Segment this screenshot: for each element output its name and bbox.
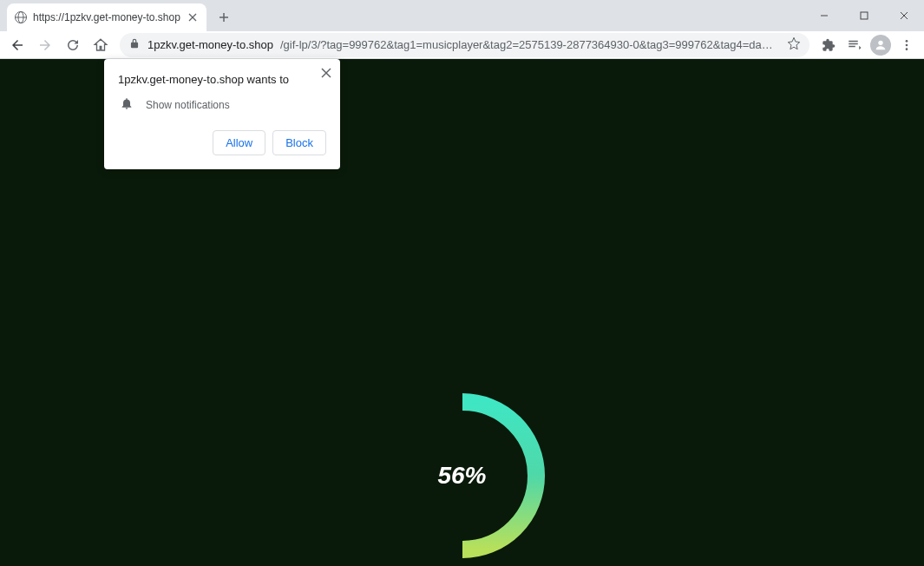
allow-button[interactable]: Allow	[213, 130, 265, 155]
tab-close-button[interactable]	[186, 10, 200, 24]
tab-strip: https://1pzkv.get-money-to.shop	[0, 0, 924, 31]
svg-line-22	[504, 456, 517, 460]
svg-point-11	[878, 40, 882, 44]
reading-list-icon[interactable]	[842, 33, 867, 57]
svg-line-21	[501, 446, 514, 453]
home-button[interactable]	[88, 33, 113, 57]
svg-line-17	[477, 420, 482, 433]
loading-spinner: 56%	[376, 389, 549, 563]
svg-line-27	[501, 498, 514, 505]
svg-line-16	[470, 418, 473, 431]
browser-tab[interactable]: https://1pzkv.get-money-to.shop	[7, 3, 206, 31]
svg-rect-1	[861, 12, 868, 19]
svg-line-26	[504, 491, 517, 496]
menu-button[interactable]	[895, 33, 919, 57]
tab-title: https://1pzkv.get-money-to.shop	[33, 11, 180, 23]
extensions-icon[interactable]	[816, 33, 841, 57]
svg-point-14	[906, 48, 908, 50]
url-path: /gif-lp/3/?tag=999762&tag1=musicplayer&t…	[280, 38, 773, 51]
window-close-button[interactable]	[884, 0, 924, 31]
svg-line-30	[485, 515, 492, 527]
address-bar[interactable]: 1pzkv.get-money-to.shop/gif-lp/3/?tag=99…	[120, 33, 809, 57]
svg-line-18	[485, 424, 492, 437]
prompt-permission-text: Show notifications	[146, 99, 230, 111]
window-maximize-button[interactable]	[844, 0, 884, 31]
url-host: 1pzkv.get-money-to.shop	[147, 38, 273, 51]
svg-line-19	[491, 431, 500, 441]
svg-point-13	[906, 43, 908, 46]
svg-line-28	[496, 504, 507, 513]
svg-line-29	[491, 510, 500, 521]
notification-permission-prompt: 1pzkv.get-money-to.shop wants to Show no…	[104, 59, 340, 169]
svg-line-25	[507, 484, 521, 486]
progress-percent-label: 56%	[437, 462, 486, 490]
svg-line-20	[496, 438, 507, 446]
prompt-title: 1pzkv.get-money-to.shop wants to	[118, 73, 326, 86]
reload-button[interactable]	[61, 33, 85, 57]
globe-icon	[14, 10, 28, 24]
bell-icon	[120, 96, 134, 113]
prompt-close-button[interactable]	[321, 66, 331, 82]
block-button[interactable]: Block	[272, 130, 326, 155]
bookmark-star-icon[interactable]	[787, 36, 801, 53]
new-tab-button[interactable]	[212, 5, 236, 30]
forward-button[interactable]	[33, 33, 57, 57]
svg-line-23	[507, 465, 521, 468]
profile-avatar[interactable]	[868, 33, 893, 57]
svg-line-32	[470, 520, 473, 534]
svg-line-31	[477, 518, 482, 531]
back-button[interactable]	[5, 33, 29, 57]
browser-toolbar: 1pzkv.get-money-to.shop/gif-lp/3/?tag=99…	[0, 31, 924, 59]
svg-point-12	[906, 40, 908, 43]
lock-icon	[128, 37, 141, 52]
window-minimize-button[interactable]	[804, 0, 844, 31]
